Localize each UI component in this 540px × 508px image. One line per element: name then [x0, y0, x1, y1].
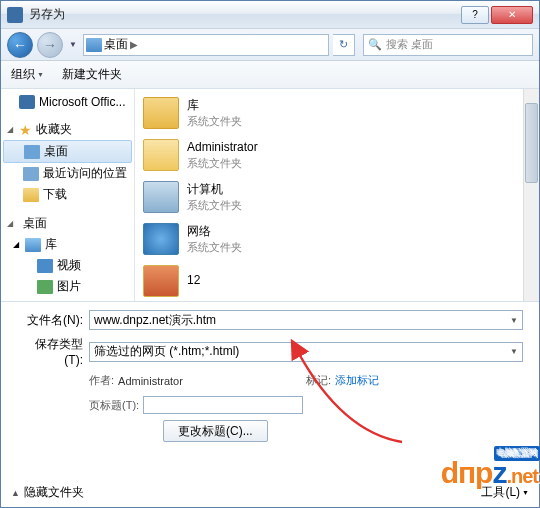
- breadcrumb-segment[interactable]: 桌面: [104, 36, 128, 53]
- list-item[interactable]: 网络系统文件夹: [139, 221, 535, 257]
- collapse-icon: ◢: [7, 125, 15, 134]
- close-button[interactable]: ✕: [491, 6, 533, 24]
- sidebar-item-desktop[interactable]: 桌面: [3, 140, 132, 163]
- collapse-icon: ◢: [13, 240, 19, 249]
- tags-link[interactable]: 添加标记: [335, 373, 379, 388]
- chevron-up-icon: ▲: [11, 488, 20, 498]
- change-title-button[interactable]: 更改标题(C)...: [163, 420, 268, 442]
- toolbar: 组织▼ 新建文件夹: [1, 61, 539, 89]
- sidebar-item-recent[interactable]: 最近访问的位置: [1, 163, 134, 184]
- computer-icon: [143, 181, 179, 213]
- word-icon: [19, 95, 35, 109]
- help-button[interactable]: ?: [461, 6, 489, 24]
- scrollbar-thumb[interactable]: [525, 103, 538, 183]
- sidebar-item-downloads[interactable]: 下载: [1, 184, 134, 205]
- chevron-down-icon: ▼: [37, 71, 44, 78]
- search-icon: 🔍: [368, 38, 382, 51]
- chevron-right-icon[interactable]: ▶: [130, 39, 138, 50]
- network-icon: [143, 223, 179, 255]
- recent-icon: [23, 167, 39, 181]
- video-icon: [37, 259, 53, 273]
- hide-folders-button[interactable]: ▲ 隐藏文件夹: [11, 484, 84, 501]
- author-label: 作者:: [89, 373, 114, 388]
- filename-label: 文件名(N):: [17, 312, 89, 329]
- chevron-down-icon[interactable]: ▼: [510, 316, 518, 325]
- watermark: 电脑配置网 dпрz.net: [441, 456, 538, 490]
- search-input[interactable]: 🔍 搜索 桌面: [363, 34, 533, 56]
- sidebar-item-office[interactable]: Microsoft Offic...: [1, 93, 134, 111]
- pagetitle-input[interactable]: [143, 396, 303, 414]
- nav-bar: ← → ▼ 桌面 ▶ ↻ 🔍 搜索 桌面: [1, 29, 539, 61]
- sidebar-favorites[interactable]: ◢ ★ 收藏夹: [1, 119, 134, 140]
- new-folder-button[interactable]: 新建文件夹: [62, 66, 122, 83]
- collapse-icon: ◢: [7, 219, 15, 228]
- window-title: 另存为: [29, 6, 461, 23]
- chevron-down-icon: ▼: [522, 489, 529, 496]
- file-list[interactable]: 库系统文件夹 Administrator系统文件夹 计算机系统文件夹 网络系统文…: [135, 89, 539, 301]
- filename-input[interactable]: www.dnpz.net演示.htm▼: [89, 310, 523, 330]
- sidebar-desktop-group[interactable]: ◢ 桌面: [1, 213, 134, 234]
- titlebar: 另存为 ? ✕: [1, 1, 539, 29]
- list-item[interactable]: 库系统文件夹: [139, 95, 535, 131]
- nav-history-dropdown[interactable]: ▼: [67, 33, 79, 57]
- library-icon: [143, 97, 179, 129]
- desktop-icon: [24, 145, 40, 159]
- sidebar-item-videos[interactable]: 视频: [1, 255, 134, 276]
- scrollbar[interactable]: [523, 89, 539, 301]
- folder-icon: [143, 139, 179, 171]
- back-button[interactable]: ←: [7, 32, 33, 58]
- folder-icon: [143, 265, 179, 297]
- picture-icon: [37, 280, 53, 294]
- list-item[interactable]: 12: [139, 263, 535, 299]
- sidebar-item-pictures[interactable]: 图片: [1, 276, 134, 297]
- list-item[interactable]: Administrator系统文件夹: [139, 137, 535, 173]
- chevron-down-icon[interactable]: ▼: [510, 347, 518, 356]
- type-label: 保存类型(T):: [17, 336, 89, 367]
- app-icon: [7, 7, 23, 23]
- tags-label: 标记:: [306, 373, 331, 388]
- organize-button[interactable]: 组织▼: [11, 66, 44, 83]
- pagetitle-label: 页标题(T):: [89, 398, 139, 413]
- star-icon: ★: [19, 122, 32, 138]
- sidebar-item-libraries[interactable]: ◢库: [1, 234, 134, 255]
- forward-button[interactable]: →: [37, 32, 63, 58]
- folder-icon: [23, 188, 39, 202]
- address-bar[interactable]: 桌面 ▶: [83, 34, 329, 56]
- save-as-dialog: 另存为 ? ✕ ← → ▼ 桌面 ▶ ↻ 🔍 搜索 桌面 组织▼ 新建文件夹: [0, 0, 540, 508]
- author-value[interactable]: Administrator: [118, 375, 183, 387]
- list-item[interactable]: 计算机系统文件夹: [139, 179, 535, 215]
- library-icon: [25, 238, 41, 252]
- search-placeholder: 搜索 桌面: [386, 37, 433, 52]
- sidebar: Microsoft Offic... ◢ ★ 收藏夹 桌面 最近访问的位置 下载…: [1, 89, 135, 301]
- form-area: 文件名(N): www.dnpz.net演示.htm▼ 保存类型(T): 筛选过…: [1, 302, 539, 454]
- refresh-button[interactable]: ↻: [333, 34, 355, 56]
- location-icon: [86, 38, 102, 52]
- type-select[interactable]: 筛选过的网页 (*.htm;*.html)▼: [89, 342, 523, 362]
